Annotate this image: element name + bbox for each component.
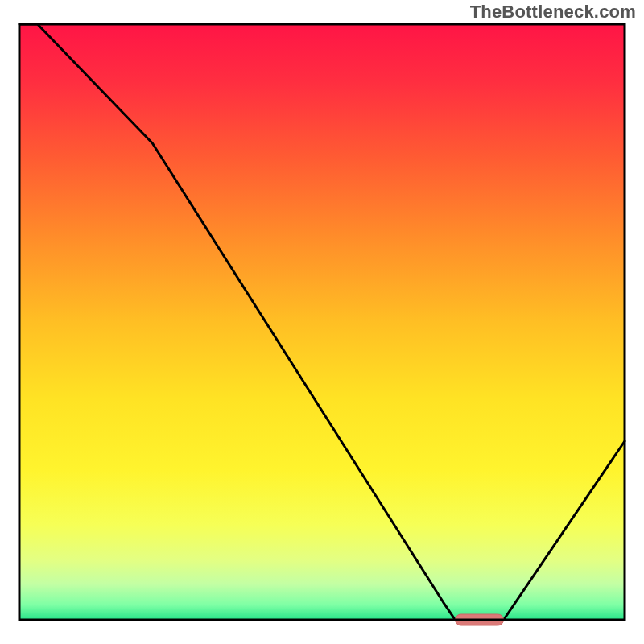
bottleneck-chart [0, 0, 644, 644]
plot-background [19, 24, 625, 620]
